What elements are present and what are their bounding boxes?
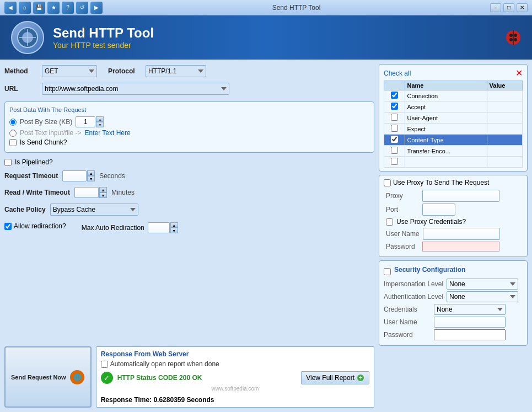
right-panel: Check all ✕ Name Value Connection xyxy=(379,64,528,408)
close-button[interactable]: ✕ xyxy=(517,3,528,12)
max-auto-label: Max Auto Rediraction xyxy=(82,224,144,232)
max-auto-spinner: 50 ▲ ▼ xyxy=(148,222,178,233)
watermark: www.softpedia.com xyxy=(101,386,369,392)
rw-down[interactable]: ▼ xyxy=(99,192,107,198)
check-all-row: Check all ✕ xyxy=(384,68,523,78)
headers-section: Check all ✕ Name Value Connection xyxy=(379,64,528,172)
header-value-cell-4 xyxy=(487,135,522,146)
send-chunk-checkbox[interactable] xyxy=(9,139,17,146)
is-pipelined-checkbox[interactable] xyxy=(4,159,12,166)
is-pipelined-label: Is Pipelined? xyxy=(15,158,53,166)
post-by-size-radio[interactable] xyxy=(9,119,17,126)
post-by-size-row: Post By Size (KB) 1 ▲ ▼ xyxy=(9,116,369,127)
request-timeout-input[interactable]: 100 xyxy=(62,170,87,181)
forward-icon[interactable]: ▶ xyxy=(90,2,103,14)
timeout-up[interactable]: ▲ xyxy=(87,170,95,176)
security-title-row: Security Configuration xyxy=(384,266,523,277)
app-header: Send HTTP Tool Your HTTP test sender xyxy=(0,15,532,60)
header-checkbox-3[interactable] xyxy=(391,125,398,132)
security-username-input[interactable] xyxy=(434,317,506,328)
post-text-radio[interactable] xyxy=(9,130,17,137)
send-chunk-row: Is Send Chunk? xyxy=(9,138,369,146)
cache-policy-select[interactable]: Bypass Cache Default No Cache Reload xyxy=(50,204,138,216)
use-proxy-checkbox[interactable] xyxy=(384,179,391,186)
proxy-password-input[interactable] xyxy=(422,242,499,252)
max-down[interactable]: ▼ xyxy=(170,228,178,233)
svg-point-5 xyxy=(509,38,513,41)
auth-level-row: Authentication Level None xyxy=(384,291,523,302)
security-title: Security Configuration xyxy=(394,266,465,274)
security-enable-checkbox[interactable] xyxy=(384,268,391,275)
post-size-up[interactable]: ▲ xyxy=(96,116,104,122)
app-logo xyxy=(11,21,44,54)
app-subtitle: Your HTTP test sender xyxy=(53,41,154,50)
refresh-icon[interactable]: ↺ xyxy=(76,2,88,14)
proxy-username-input[interactable] xyxy=(423,228,500,240)
security-username-row: User Name xyxy=(384,317,523,328)
table-row: Connection xyxy=(384,90,523,101)
credentials-select[interactable]: None xyxy=(434,304,506,315)
view-report-button[interactable]: View Full Report + xyxy=(301,371,369,384)
timeout-down[interactable]: ▼ xyxy=(87,176,95,181)
header-col-value: Value xyxy=(487,81,522,90)
use-proxy-label: Use Proxy To Send The Request xyxy=(393,179,489,186)
method-protocol-row: Method GET POST PUT DELETE Protocol HTTP… xyxy=(4,64,374,78)
readwrite-timeout-btns[interactable]: ▲ ▼ xyxy=(99,187,107,198)
header-checkbox-0[interactable] xyxy=(391,92,398,99)
url-input[interactable]: http://www.softpedia.com xyxy=(42,83,229,95)
send-request-button[interactable]: Send Request Now 🌐 xyxy=(4,346,92,408)
home-icon[interactable]: ⌂ xyxy=(19,2,31,14)
header-checkbox-1[interactable] xyxy=(391,103,398,110)
svg-point-4 xyxy=(514,34,517,37)
impersonation-select[interactable]: None xyxy=(447,279,518,290)
bookmark-icon[interactable]: ★ xyxy=(47,2,60,14)
maximize-button[interactable]: □ xyxy=(503,3,514,12)
save-icon[interactable]: 💾 xyxy=(33,2,45,14)
auth-level-select[interactable]: None xyxy=(447,291,518,302)
header-checkbox-4[interactable] xyxy=(391,136,398,143)
header-checkbox-5[interactable] xyxy=(391,147,398,154)
back-icon[interactable]: ◀ xyxy=(4,2,17,14)
header-checkbox-6[interactable] xyxy=(391,158,398,165)
security-password-row: Password xyxy=(384,329,523,340)
seconds-label: Seconds xyxy=(99,172,125,180)
post-size-spinner[interactable]: ▲ ▼ xyxy=(96,116,104,127)
table-row: Content-Type xyxy=(384,135,523,146)
allow-redirect-label-group: Allow rediraction? xyxy=(4,222,66,230)
check-all-link[interactable]: Check all xyxy=(384,69,411,77)
header-checkbox-2[interactable] xyxy=(391,114,398,121)
impersonation-row: Impersonation Level None xyxy=(384,279,523,290)
title-bar: ◀ ⌂ 💾 ★ ? ↺ ▶ Send HTTP Tool – □ ✕ xyxy=(0,0,532,15)
rw-up[interactable]: ▲ xyxy=(99,187,107,192)
proxy-host-input[interactable] xyxy=(422,190,499,202)
send-btn-text: Send Request Now xyxy=(11,374,66,381)
close-headers-button[interactable]: ✕ xyxy=(515,68,523,78)
proxy-port-input[interactable] xyxy=(422,204,455,216)
svg-text:+: + xyxy=(358,374,362,382)
protocol-select[interactable]: HTTP/1.1 HTTP/1.0 HTTP/2 xyxy=(146,65,206,77)
max-auto-btns[interactable]: ▲ ▼ xyxy=(170,222,178,233)
max-auto-input[interactable]: 50 xyxy=(148,222,170,233)
credentials-row: Credentials None xyxy=(384,304,523,315)
security-password-input[interactable] xyxy=(434,329,506,340)
url-row: URL http://www.softpedia.com xyxy=(4,82,374,96)
post-size-down[interactable]: ▼ xyxy=(96,122,104,127)
post-size-input[interactable]: 1 xyxy=(76,116,95,127)
table-row: Expect xyxy=(384,124,523,135)
auto-open-checkbox[interactable] xyxy=(101,361,108,368)
help-icon[interactable]: ? xyxy=(62,2,74,14)
readwrite-timeout-spinner: 5 ▲ ▼ xyxy=(74,187,107,198)
request-timeout-btns[interactable]: ▲ ▼ xyxy=(87,170,95,181)
use-credentials-checkbox[interactable] xyxy=(386,218,393,226)
response-box: Response From Web Server Automatically o… xyxy=(96,346,374,408)
response-time: Response Time: 0.6280359 Seconds xyxy=(101,396,369,404)
enter-text-link[interactable]: Enter Text Here xyxy=(85,129,131,137)
readwrite-timeout-input[interactable]: 5 xyxy=(74,187,99,198)
minimize-button[interactable]: – xyxy=(490,3,501,12)
allow-redirect-checkbox[interactable] xyxy=(4,223,12,230)
use-proxy-row: Use Proxy To Send The Request xyxy=(384,179,523,186)
header-check-cell xyxy=(384,113,405,124)
max-up[interactable]: ▲ xyxy=(170,222,178,228)
method-select[interactable]: GET POST PUT DELETE xyxy=(42,65,97,77)
header-check-cell xyxy=(384,146,405,157)
